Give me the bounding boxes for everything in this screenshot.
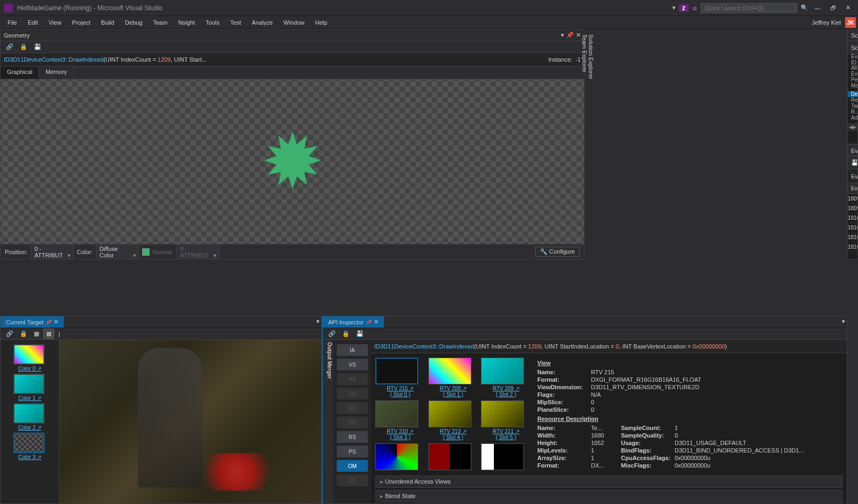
save-icon[interactable]: 💾 bbox=[851, 159, 858, 166]
rtv-thumb[interactable] bbox=[375, 443, 425, 470]
tab-current-target[interactable]: Current Target📌✕ bbox=[1, 316, 64, 328]
titlebar: HellbladeGame (Running) - Microsoft Visu… bbox=[0, 0, 858, 16]
stage-rs[interactable]: RS bbox=[337, 431, 368, 443]
col-event[interactable]: Event bbox=[848, 186, 857, 191]
rtv-thumb[interactable]: RTV 213 ↗( Slot 4 ) bbox=[428, 401, 478, 440]
rtv-thumb[interactable]: RTV 208 ↗( Slot 1 ) bbox=[428, 358, 478, 397]
api-inspector-panel: API Inspector📌✕ ▾ 🔗🔒💾 Output Merger IAVS… bbox=[322, 316, 847, 504]
close-icon[interactable]: ✕ bbox=[54, 318, 58, 325]
rtv-thumb[interactable]: RTV 211 ↗( Slot 5 ) bbox=[481, 401, 531, 440]
row-dependencies[interactable]: Dependencies bbox=[848, 91, 857, 97]
rtv-thumb[interactable]: RTV 215 ↗( Slot 0 ) bbox=[375, 358, 425, 397]
side-tab-solution-explorer[interactable]: Solution Explorer bbox=[588, 32, 594, 313]
row-render-target[interactable]: Render Target R... bbox=[848, 97, 857, 115]
scrubber-scrollbar[interactable] bbox=[848, 124, 857, 131]
grid-icon[interactable]: ▦ bbox=[43, 329, 54, 339]
pipeline-label: Output Merger bbox=[323, 340, 334, 503]
event-row[interactable]: 18101ID3D11DeviceContext3::PSSetShaderRe… bbox=[848, 223, 857, 233]
row-perf-markers[interactable]: Perf Markers bbox=[848, 77, 857, 88]
menu-nsight[interactable]: Nsight bbox=[173, 18, 200, 27]
stage-so[interactable]: SO bbox=[337, 417, 368, 428]
events-table[interactable]: Event ▲ Description Object 18098ID3D11De… bbox=[848, 183, 857, 259]
target-thumb-list[interactable]: Color 0 ↗Color 1 ↗Color 2 ↗Color 3 ↗ bbox=[1, 340, 60, 503]
prop-row: Height:1052 bbox=[537, 439, 612, 447]
tab-memory[interactable]: Memory bbox=[39, 66, 74, 79]
tab-graphical[interactable]: Graphical bbox=[1, 66, 39, 79]
levels-icon[interactable]: | bbox=[56, 330, 62, 338]
flag-icon[interactable]: ▾ bbox=[672, 4, 676, 11]
pos-dropdown[interactable]: 0 - ATTRIBUT bbox=[31, 244, 73, 260]
stage-gs[interactable]: GS bbox=[337, 402, 368, 414]
lock-icon[interactable]: 🔒 bbox=[18, 329, 29, 338]
color-swatch[interactable] bbox=[142, 248, 150, 256]
target-thumb[interactable]: Color 1 ↗ bbox=[13, 374, 47, 401]
user-avatar[interactable]: JK bbox=[845, 17, 856, 28]
event-row[interactable]: 18100ID3D11ShaderResourceView::Release()… bbox=[848, 213, 857, 223]
save-icon[interactable]: 💾 bbox=[32, 42, 43, 51]
close-icon[interactable]: ✕ bbox=[374, 318, 379, 325]
menu-debug[interactable]: Debug bbox=[120, 18, 147, 27]
chevron-down-icon[interactable]: ▾ bbox=[840, 316, 847, 328]
search-icon[interactable]: 🔍 bbox=[801, 4, 808, 11]
stage-ia[interactable]: IA bbox=[337, 344, 368, 356]
lock-icon[interactable]: 🔒 bbox=[18, 42, 29, 51]
lock-icon[interactable]: 🔒 bbox=[340, 329, 352, 338]
menu-file[interactable]: File bbox=[2, 18, 23, 27]
save-icon[interactable]: 💾 bbox=[354, 329, 366, 338]
menu-tools[interactable]: Tools bbox=[201, 18, 225, 27]
stage-vs[interactable]: VS bbox=[337, 359, 368, 370]
rtv-thumb[interactable]: RTV 210 ↗( Slot 3 ) bbox=[375, 401, 425, 440]
menu-build[interactable]: Build bbox=[96, 18, 120, 27]
target-thumb[interactable]: Color 2 ↗ bbox=[13, 403, 47, 431]
target-thumb[interactable]: Color 0 ↗ bbox=[13, 344, 47, 372]
minimize-button[interactable]: — bbox=[811, 4, 824, 12]
menu-edit[interactable]: Edit bbox=[23, 18, 43, 27]
menu-project[interactable]: Project bbox=[66, 18, 95, 27]
rtv-thumb[interactable]: RTV 209 ↗( Slot 2 ) bbox=[481, 358, 531, 397]
menu-window[interactable]: Window bbox=[278, 18, 310, 27]
menu-team[interactable]: Team bbox=[148, 18, 173, 27]
row-all-events[interactable]: All Events bbox=[848, 65, 857, 77]
event-row[interactable]: 18102ID3D11ShaderResourceView::AddRef() … bbox=[848, 233, 857, 242]
geometry-viewport[interactable]: ✹ bbox=[1, 79, 584, 244]
normal-dropdown[interactable]: 0 - ATTRIBUT bbox=[176, 244, 219, 260]
target-thumb[interactable]: Color 3 ↗ bbox=[13, 433, 47, 460]
uav-section[interactable]: Unordered Access Views bbox=[375, 476, 842, 488]
stage-om[interactable]: OM bbox=[337, 460, 368, 472]
user-name-label[interactable]: Jeffrey Kiel bbox=[812, 19, 841, 26]
event-row[interactable]: 18099ID3D11ShaderResourceView::AddRef() … bbox=[848, 204, 857, 213]
link-icon[interactable]: 🔗 bbox=[4, 329, 16, 338]
render-viewport[interactable] bbox=[60, 340, 321, 503]
layout-icon[interactable]: ▦ bbox=[32, 329, 41, 338]
pin-icon[interactable]: 📌 bbox=[566, 32, 574, 39]
feedback-icon[interactable]: ☺ bbox=[692, 5, 698, 11]
stage-hs[interactable]: HS bbox=[337, 373, 368, 385]
stage-ps[interactable]: PS bbox=[337, 446, 368, 457]
rtv-thumb[interactable] bbox=[428, 443, 478, 470]
blend-section[interactable]: Blend State bbox=[375, 490, 842, 502]
stage-cs[interactable]: CS bbox=[337, 475, 368, 486]
menu-analyze[interactable]: Analyze bbox=[246, 18, 278, 27]
event-row[interactable]: 18103ID3D11ShaderResourceView::Release()… bbox=[848, 242, 857, 252]
menu-view[interactable]: View bbox=[43, 18, 67, 27]
stage-ds[interactable]: DS bbox=[337, 388, 368, 399]
link-icon[interactable]: 🔗 bbox=[326, 329, 338, 338]
menu-help[interactable]: Help bbox=[310, 18, 333, 27]
row-add[interactable]: Add... bbox=[848, 115, 857, 121]
pin-icon[interactable]: 📌 bbox=[366, 320, 372, 325]
tab-api-inspector[interactable]: API Inspector📌✕ bbox=[323, 316, 384, 328]
rtv-thumb[interactable] bbox=[481, 443, 531, 470]
link-icon[interactable]: 🔗 bbox=[4, 42, 16, 51]
event-row[interactable]: 18098ID3D11DeviceContext3::PSSetShaderRe… bbox=[848, 194, 857, 204]
close-icon[interactable]: ✕ bbox=[576, 32, 581, 39]
pin-icon[interactable]: 📌 bbox=[46, 320, 51, 325]
menu-test[interactable]: Test bbox=[225, 18, 246, 27]
quick-launch-input[interactable] bbox=[701, 3, 797, 13]
notification-badge[interactable]: 2 bbox=[679, 4, 689, 12]
dropdown-icon[interactable]: ▾ bbox=[561, 32, 564, 39]
chevron-down-icon[interactable]: ▾ bbox=[315, 316, 321, 328]
close-button[interactable]: ✕ bbox=[842, 3, 854, 12]
restore-button[interactable]: 🗗 bbox=[827, 4, 839, 12]
configure-button[interactable]: 🔧 Configure bbox=[535, 247, 580, 257]
color-dropdown[interactable]: Diffuse Color bbox=[96, 244, 139, 260]
